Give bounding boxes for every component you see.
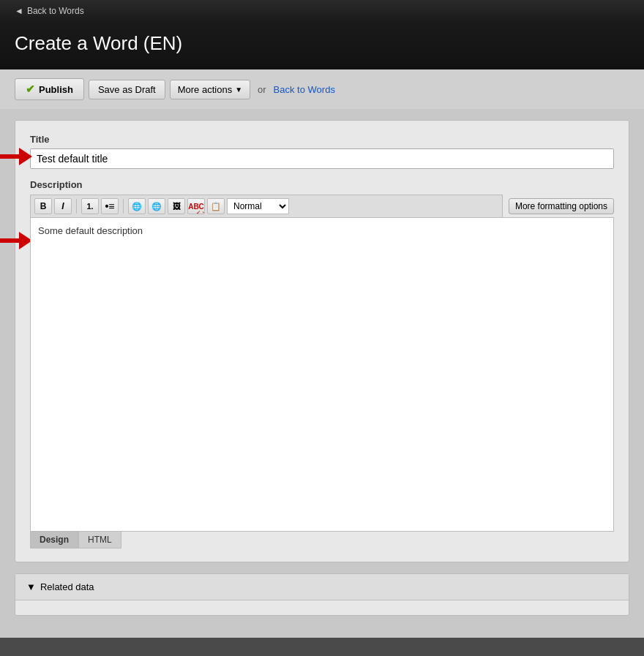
more-formatting-button[interactable]: More formatting options xyxy=(509,198,614,214)
save-as-draft-button[interactable]: Save as Draft xyxy=(89,80,165,99)
desc-arrow-shaft xyxy=(0,238,19,243)
html-tab[interactable]: HTML xyxy=(78,532,121,548)
arrow-shaft xyxy=(0,154,19,159)
back-to-words-action-link[interactable]: Back to Words xyxy=(274,84,335,95)
title-label: Title xyxy=(30,134,614,145)
save-draft-label: Save as Draft xyxy=(98,84,156,95)
publish-button[interactable]: ✔ Publish xyxy=(15,78,84,100)
bold-button[interactable]: B xyxy=(34,198,52,214)
back-arrow-icon: ◄ xyxy=(15,6,23,16)
unordered-list-icon: •≡ xyxy=(105,200,114,212)
related-data-chevron: ▼ xyxy=(26,581,36,592)
html-tab-label: HTML xyxy=(88,535,112,545)
back-to-words-action-label: Back to Words xyxy=(274,84,335,95)
title-field-container: Title xyxy=(30,134,614,179)
arrow-head xyxy=(19,148,32,165)
form-card: Title Description B I 1. •≡ xyxy=(15,120,629,562)
paste-button[interactable]: 📋 xyxy=(207,198,225,214)
editor-toolbar-row: B I 1. •≡ 🌐 🌐 xyxy=(30,195,614,217)
publish-check-icon: ✔ xyxy=(26,83,35,96)
unlink-button[interactable]: 🌐 xyxy=(148,198,165,214)
description-editor[interactable]: Some default description xyxy=(30,217,614,532)
back-to-words-top-label: Back to Words xyxy=(27,6,84,16)
page-title: Create a Word (EN) xyxy=(15,32,629,55)
more-formatting-label: More formatting options xyxy=(515,201,607,211)
toolbar-sep-1 xyxy=(76,199,77,214)
main-content: Title Description B I 1. •≡ xyxy=(0,109,644,638)
related-data-label: Related data xyxy=(40,581,94,592)
publish-label: Publish xyxy=(39,84,73,95)
description-label: Description xyxy=(30,179,83,190)
italic-button[interactable]: I xyxy=(54,198,72,214)
page-title-bar: Create a Word (EN) xyxy=(0,22,644,69)
title-arrow xyxy=(0,148,32,165)
design-tab-label: Design xyxy=(40,535,69,545)
related-data-header[interactable]: ▼ Related data xyxy=(15,574,629,600)
ordered-list-button[interactable]: 1. xyxy=(81,198,99,214)
image-icon: 🖼 xyxy=(173,202,181,211)
top-bar: ◄ Back to Words xyxy=(0,0,644,22)
related-data-card: ▼ Related data xyxy=(15,573,629,616)
back-to-words-top-link[interactable]: ◄ Back to Words xyxy=(15,6,84,16)
description-content: Some default description xyxy=(38,225,143,236)
editor-toolbar: B I 1. •≡ 🌐 🌐 xyxy=(30,195,503,217)
italic-icon: I xyxy=(61,201,64,211)
title-input[interactable] xyxy=(30,148,614,169)
more-actions-button[interactable]: More actions ▼ xyxy=(170,80,250,99)
paste-icon: 📋 xyxy=(211,202,221,211)
design-tab[interactable]: Design xyxy=(30,532,78,548)
more-actions-label: More actions xyxy=(178,84,232,95)
or-text: or xyxy=(258,84,266,95)
link-icon: 🌐 xyxy=(132,202,142,211)
unlink-icon: 🌐 xyxy=(151,202,162,211)
related-data-content xyxy=(15,600,629,615)
link-button[interactable]: 🌐 xyxy=(128,198,146,214)
description-label-row: Description xyxy=(30,179,614,190)
spell-check-button[interactable]: ABC xyxy=(187,198,205,214)
chevron-down-icon: ▼ xyxy=(235,86,242,94)
action-bar: ✔ Publish Save as Draft More actions ▼ o… xyxy=(0,69,644,109)
ordered-list-icon: 1. xyxy=(86,202,93,211)
image-button[interactable]: 🖼 xyxy=(168,198,185,214)
format-select[interactable]: Normal Heading 1 Heading 2 Heading 3 Hea… xyxy=(227,198,289,214)
description-arrow xyxy=(0,232,32,249)
spell-check-icon: ABC xyxy=(188,203,204,211)
toolbar-sep-2 xyxy=(123,199,124,214)
bold-icon: B xyxy=(40,201,47,211)
editor-tabs: Design HTML xyxy=(30,532,614,548)
unordered-list-button[interactable]: •≡ xyxy=(101,198,119,214)
editor-wrapper: Some default description xyxy=(30,217,614,532)
